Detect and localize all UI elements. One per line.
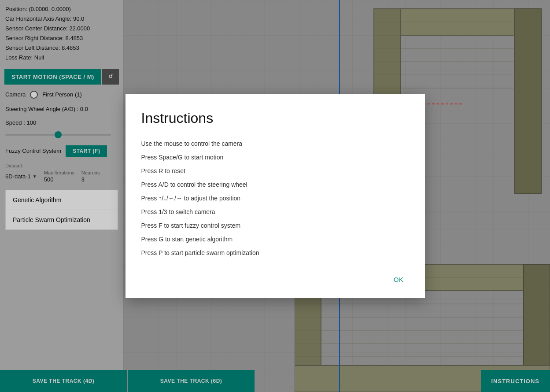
instruction-item-3: Press R to reset — [141, 164, 409, 178]
instruction-item-7: Press F to start fuzzy control system — [141, 219, 409, 233]
instruction-item-2: Press Space/G to start motion — [141, 151, 409, 164]
modal-instructions-list: Use the mouse to control the camera Pres… — [141, 137, 409, 260]
instructions-modal: Instructions Use the mouse to control th… — [126, 94, 425, 298]
ok-button[interactable]: OK — [388, 273, 409, 286]
modal-footer: OK — [141, 273, 409, 286]
modal-title: Instructions — [141, 110, 409, 126]
instruction-item-8: Press G to start genetic algorithm — [141, 233, 409, 246]
instruction-item-5: Press ↑/↓/←/→ to adjust the position — [141, 192, 409, 205]
instruction-item-1: Use the mouse to control the camera — [141, 137, 409, 151]
instruction-item-4: Press A/D to control the steering wheel — [141, 178, 409, 192]
modal-overlay: Instructions Use the mouse to control th… — [0, 0, 550, 392]
instruction-item-6: Press 1/3 to switch camera — [141, 205, 409, 219]
instruction-item-9: Press P to start particle swarm optimiza… — [141, 246, 409, 260]
